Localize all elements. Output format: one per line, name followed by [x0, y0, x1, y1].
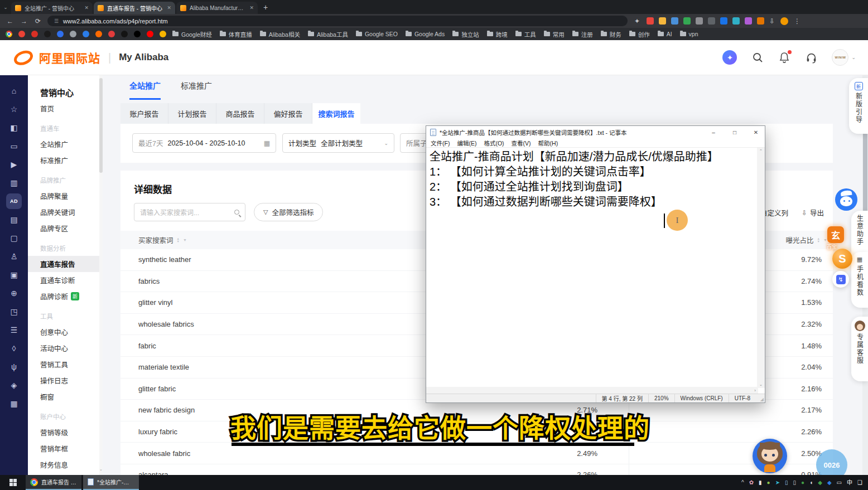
tray-icon[interactable]: ◆	[818, 480, 822, 486]
sidebar-item[interactable]: 直通车报告	[28, 256, 99, 272]
tray-icon[interactable]: ▯	[785, 480, 788, 486]
column-filter-icon[interactable]: ▼	[823, 238, 827, 242]
bookmark-favicon-icon[interactable]	[18, 31, 25, 37]
tray-icon[interactable]: ◆	[827, 480, 832, 486]
rail-icon[interactable]: ⊕	[5, 284, 23, 302]
notepad-titlebar[interactable]: *全站推广-推商品【如何通过数据判断哪些关键词需要降权】.txt - 记事本 –…	[426, 126, 765, 138]
sidebar-scrollbar[interactable]	[99, 75, 103, 475]
rail-icon[interactable]: ▣	[5, 265, 23, 284]
tab-close-icon[interactable]: ✕	[167, 5, 171, 11]
extension-icon[interactable]	[708, 17, 715, 25]
date-range-picker[interactable]: 最近7天 2025-10-04 - 2025-10-10 ▦	[132, 133, 276, 153]
bookmark-folder[interactable]: Google Ads	[406, 31, 445, 37]
tray-icon[interactable]: ^	[741, 480, 744, 486]
back-icon[interactable]: ←	[6, 17, 15, 25]
notepad-menu-item[interactable]: 编辑(E)	[457, 139, 476, 147]
bookmark-favicon-icon[interactable]	[83, 31, 89, 37]
service-girl-avatar[interactable]	[753, 439, 787, 473]
rail-icon[interactable]: ▥	[5, 173, 23, 192]
chat-bolt-widget[interactable]: ↯	[832, 271, 849, 288]
search-sparkle-icon[interactable]: ✦	[633, 17, 642, 25]
tray-icon[interactable]: ❑	[857, 480, 862, 486]
browser-tab[interactable]: 全站推广 - 营销中心 ✕	[11, 2, 93, 14]
browser-tab[interactable]: 直通车报告 - 营销中心 ✕	[94, 2, 175, 14]
notepad-vscrollbar[interactable]: ⌃ ⌄	[757, 148, 765, 388]
table-row[interactable]: wholesale fabric 2.49% 2.50%	[120, 443, 833, 464]
extension-icon[interactable]	[745, 17, 752, 25]
notepad-text[interactable]: 全站推广-推商品计划【新品加速/潜力品成长/优爆品助推】1： 【如何计算全站推计…	[426, 148, 765, 210]
bookmark-favicon-icon[interactable]	[31, 31, 38, 37]
tray-icon[interactable]: ●	[801, 480, 804, 486]
report-tab[interactable]: 搜索词报告	[312, 103, 360, 124]
bookmark-folder[interactable]: Alibaba工具	[308, 30, 348, 38]
site-settings-icon[interactable]: ☰	[54, 18, 59, 24]
bookmark-folder[interactable]: 独立站	[452, 30, 479, 38]
rail-icon[interactable]: ▢	[5, 229, 23, 247]
tray-icon[interactable]: ▮	[759, 480, 762, 486]
tray-icon[interactable]: ◖	[809, 480, 813, 486]
sidebar-item[interactable]: 操作日志	[28, 372, 99, 389]
new-version-guide-widget[interactable]: 新 新版引导	[849, 78, 868, 134]
bookmark-folder[interactable]: 注册	[572, 30, 593, 38]
sidebar-item[interactable]: 品牌诊断 新	[28, 288, 99, 304]
tray-icon[interactable]: ●	[767, 480, 770, 486]
sidebar-item[interactable]: 品牌关键词	[28, 204, 99, 220]
sidebar-item[interactable]: 数据分析	[28, 236, 99, 256]
sidebar-item[interactable]: 营销工具	[28, 356, 99, 372]
resize-grip-icon[interactable]: ◢	[756, 394, 765, 402]
rail-icon[interactable]: ▶	[5, 155, 23, 173]
extension-icon[interactable]	[732, 17, 740, 25]
notepad-menu-item[interactable]: 文件(F)	[431, 139, 450, 147]
sidebar-item[interactable]: 账户中心	[28, 405, 99, 424]
bookmark-folder[interactable]: 工具	[515, 30, 536, 38]
notifications-bell-icon[interactable]	[778, 51, 790, 64]
report-tab[interactable]: 账户报告	[120, 103, 168, 124]
bookmark-folder[interactable]: 常用	[544, 30, 565, 38]
profile-icon[interactable]	[780, 17, 788, 25]
support-headset-icon[interactable]	[805, 51, 817, 64]
minimize-button[interactable]: –	[705, 126, 722, 138]
rail-icon[interactable]: ◳	[5, 302, 23, 321]
bookmark-favicon-icon[interactable]	[57, 31, 64, 37]
tray-icon[interactable]: ▯	[793, 480, 797, 486]
bookmark-folder[interactable]: 创作	[629, 30, 650, 38]
sidebar-item[interactable]: 全站推广	[28, 136, 99, 152]
rail-icon[interactable]: ψ	[5, 357, 23, 376]
skype-icon[interactable]: S	[832, 249, 852, 269]
bookmark-favicon-icon[interactable]	[95, 31, 102, 37]
sidebar-item[interactable]: 品牌聚量	[28, 188, 99, 204]
maximize-button[interactable]: □	[726, 126, 744, 138]
sidebar-scroll-thumb[interactable]	[99, 78, 103, 173]
extension-icon[interactable]	[757, 17, 764, 25]
sidebar-item[interactable]: 工具	[28, 304, 99, 324]
taskbar-app[interactable]: *全站推广-推商品...	[83, 475, 139, 490]
search-input[interactable]: 请输入买家搜索词...	[134, 203, 245, 221]
extension-icon[interactable]	[720, 17, 727, 25]
notepad-menu-item[interactable]: 查看(V)	[512, 139, 531, 147]
reload-icon[interactable]: ⟳	[33, 17, 42, 25]
sidebar-item[interactable]: 营销等级	[28, 424, 99, 440]
bookmark-folder[interactable]: 跨境	[487, 30, 508, 38]
bookmark-folder[interactable]: Google SEO	[356, 31, 398, 37]
brand[interactable]: 阿里国际站	[12, 48, 100, 66]
rail-icon[interactable]: AD	[6, 193, 22, 209]
sidebar-item[interactable]: 标准推广	[28, 152, 99, 168]
promotion-tab[interactable]: 标准推广	[181, 80, 212, 100]
tray-icon[interactable]: ✿	[749, 480, 754, 486]
scroll-down-icon[interactable]: ⌄	[759, 382, 763, 387]
bookmark-favicon-icon[interactable]	[44, 31, 51, 37]
xuan-plugin-icon[interactable]: 玄	[827, 226, 844, 243]
bookmark-folder[interactable]: Alibaba相关	[260, 30, 300, 38]
sidebar-item[interactable]: 直通车诊断	[28, 272, 99, 288]
notepad-body[interactable]: 全站推广-推商品计划【新品加速/潜力品成长/优爆品助推】1： 【如何计算全站推计…	[426, 148, 765, 388]
extension-icon[interactable]	[659, 17, 666, 25]
sidebar-item[interactable]: 营销年框	[28, 440, 99, 457]
sidebar-scroll-arrow-icon[interactable]: ⌄	[99, 467, 103, 472]
extension-icon[interactable]	[683, 17, 691, 25]
bookmark-favicon-icon[interactable]	[147, 31, 153, 37]
bookmark-favicon-icon[interactable]	[108, 31, 115, 37]
close-button[interactable]: ✕	[747, 126, 765, 138]
bookmark-favicon-icon[interactable]	[160, 31, 166, 37]
rail-icon[interactable]: ◊	[5, 339, 23, 357]
promotion-tab[interactable]: 全站推广	[129, 80, 161, 100]
